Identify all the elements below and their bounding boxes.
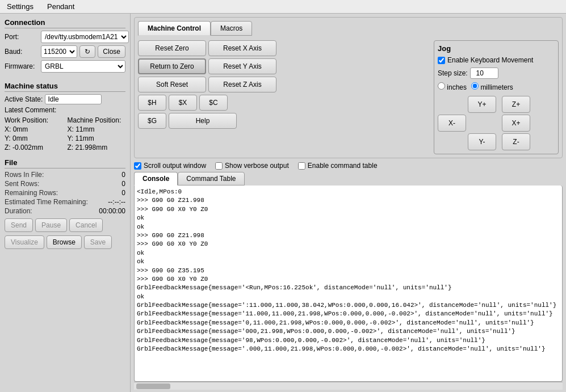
menu-settings[interactable]: Settings: [5, 1, 36, 12]
x-plus-button[interactable]: X+: [502, 115, 530, 132]
mc-buttons: Reset Zero Reset X Axis Return to Zero R…: [138, 40, 429, 154]
show-verbose-checkbox[interactable]: [215, 162, 223, 170]
estimated-time-value: --:--:--: [108, 198, 125, 206]
visualize-button[interactable]: Visualize: [5, 235, 44, 249]
console-line: >>> G90 G0 X0 Y0 Z0: [137, 240, 560, 248]
y-plus-button[interactable]: Y+: [468, 96, 496, 113]
machine-status-section: Machine status Active State: Idle Latest…: [5, 82, 125, 151]
z-minus-button[interactable]: Z-: [502, 133, 530, 150]
active-state-value: Idle: [45, 94, 102, 104]
help-button[interactable]: Help: [169, 113, 237, 129]
estimated-time-label: Estimated Time Remaining:: [5, 198, 88, 206]
machine-status-title: Machine status: [5, 82, 125, 92]
latest-comment-label: Latest Comment:: [5, 106, 56, 114]
sent-rows-value: 0: [121, 180, 125, 188]
z-plus-button[interactable]: Z+: [502, 96, 530, 113]
x-machine-value: X: 11mm: [68, 125, 126, 133]
baud-select[interactable]: 115200: [41, 45, 77, 58]
console-line: GrblFeedbackMessage{message='.000,11.000…: [137, 345, 560, 353]
sc-button[interactable]: $C: [199, 95, 228, 111]
reset-x-axis-button[interactable]: Reset X Axis: [208, 40, 276, 56]
mm-radio[interactable]: [471, 82, 479, 90]
y-minus-button[interactable]: Y-: [468, 133, 496, 150]
pause-button[interactable]: Pause: [35, 218, 67, 232]
console-line: GrblFeedbackMessage{message='98,WPos:0.0…: [137, 336, 560, 345]
cancel-button[interactable]: Cancel: [69, 218, 103, 232]
mm-radio-label: millimeters: [471, 82, 513, 91]
y-work-value: Y: 0mm: [5, 134, 63, 142]
close-button[interactable]: Close: [98, 45, 125, 58]
send-button[interactable]: Send: [5, 218, 33, 232]
reset-y-axis-button[interactable]: Reset Y Axis: [208, 58, 276, 74]
show-verbose-label[interactable]: Show verbose output: [215, 162, 289, 170]
connection-title: Connection: [5, 18, 125, 28]
browse-button[interactable]: Browse: [47, 235, 82, 249]
sx-button[interactable]: $X: [169, 95, 197, 111]
console-output: <Idle,MPos:0>>> G90 G0 Z21.998>>> G90 G0…: [134, 186, 563, 382]
h-scrollbar-thumb[interactable]: [136, 383, 170, 389]
console-line: >>> G90 G0 Z21.998: [137, 196, 560, 205]
sh-button[interactable]: $H: [138, 95, 166, 111]
reset-zero-button[interactable]: Reset Zero: [138, 40, 206, 56]
reset-z-axis-button[interactable]: Reset Z Axis: [208, 77, 276, 92]
tab-console[interactable]: Console: [134, 172, 178, 186]
tab-command-table[interactable]: Command Table: [178, 172, 244, 186]
enable-command-label[interactable]: Enable command table: [298, 162, 378, 170]
remaining-rows-value: 0: [121, 189, 125, 197]
sent-rows-label: Sent Rows:: [5, 180, 39, 188]
z-machine-value: Z: 21.998mm: [68, 144, 126, 151]
machine-pos-label: Machine Position:: [68, 116, 126, 124]
enable-command-checkbox[interactable]: [298, 162, 305, 170]
firmware-label: Firmware:: [5, 62, 39, 70]
tab-macros[interactable]: Macros: [211, 21, 252, 36]
file-title: File: [5, 158, 125, 168]
enable-keyboard-label: Enable Keyboard Movement: [447, 56, 533, 64]
save-button[interactable]: Save: [84, 235, 112, 249]
step-size-input[interactable]: [470, 68, 498, 79]
step-size-label: Step size:: [438, 69, 468, 77]
port-select[interactable]: /dev/tty.usbmodem1A21: [41, 31, 129, 43]
inches-radio-label: inches: [438, 82, 467, 91]
file-section: File Rows In File: 0 Sent Rows: 0 Remain…: [5, 158, 125, 249]
console-line: >>> G90 G0 Z21.998: [137, 231, 560, 240]
soft-reset-button[interactable]: Soft Reset: [138, 77, 206, 92]
menubar: Settings Pendant: [0, 0, 566, 14]
scroll-output-label[interactable]: Scroll output window: [134, 162, 206, 170]
machine-control-panel: Machine Control Macros Reset Zero Reset …: [134, 17, 563, 158]
options-row: Scroll output window Show verbose output…: [134, 162, 563, 170]
connection-section: Connection Port: /dev/tty.usbmodem1A21 B…: [5, 18, 125, 75]
return-to-zero-button[interactable]: Return to Zero: [138, 58, 206, 74]
mc-content: Reset Zero Reset X Axis Return to Zero R…: [138, 40, 559, 154]
console-line: ok: [137, 249, 560, 258]
x-minus-button[interactable]: X-: [438, 115, 466, 132]
horizontal-scrollbar[interactable]: [134, 382, 563, 390]
jog-panel: Jog Enable Keyboard Movement Step size: …: [434, 40, 559, 154]
firmware-select[interactable]: GRBL: [41, 60, 125, 73]
tab-machine-control[interactable]: Machine Control: [138, 21, 211, 36]
scroll-output-checkbox[interactable]: [134, 162, 141, 170]
bottom-area: Scroll output window Show verbose output…: [134, 162, 563, 390]
remaining-rows-label: Remaining Rows:: [5, 189, 58, 197]
console-line: ok: [137, 258, 560, 266]
work-pos-label: Work Position:: [5, 116, 63, 124]
console-line: >>> G90 G0 X0 Y0 Z0: [137, 275, 560, 284]
y-machine-value: Y: 11mm: [68, 134, 126, 142]
enable-keyboard-checkbox[interactable]: [438, 57, 445, 64]
refresh-button[interactable]: ↻: [79, 45, 95, 58]
console-line: GrblFeedbackMessage{message='000,21.998,…: [137, 327, 560, 336]
console-line: GrblFeedbackMessage{message='<Run,MPos:1…: [137, 284, 560, 292]
console-line: GrblFeedbackMessage{message='11.000,11.0…: [137, 310, 560, 318]
x-work-value: X: 0mm: [5, 125, 63, 133]
rows-in-file-label: Rows In File:: [5, 171, 44, 179]
duration-label: Duration:: [5, 207, 32, 215]
console-line: <Idle,MPos:0: [137, 188, 560, 196]
console-line: >>> G90 G0 Z35.195: [137, 267, 560, 275]
port-label: Port:: [5, 33, 39, 41]
menu-pendant[interactable]: Pendant: [45, 1, 77, 12]
console-line: ok: [137, 293, 560, 301]
console-line: ok: [137, 223, 560, 231]
z-work-value: Z: -0.002mm: [5, 144, 63, 151]
mc-tabs: Machine Control Macros: [138, 21, 559, 36]
inches-radio[interactable]: [438, 82, 445, 90]
sg-button[interactable]: $G: [138, 113, 166, 129]
